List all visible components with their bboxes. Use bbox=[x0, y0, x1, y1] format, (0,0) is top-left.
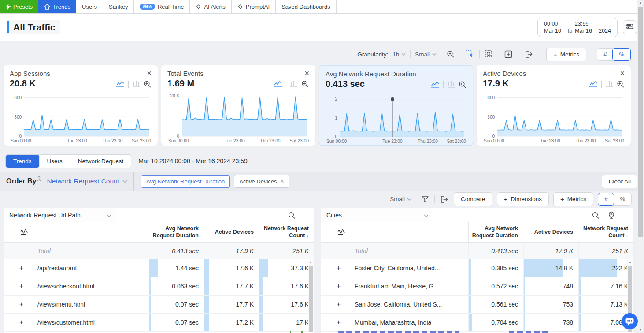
magnifier-icon[interactable] bbox=[617, 80, 625, 88]
expand-row-button[interactable]: + bbox=[18, 282, 25, 291]
end-time: 23:59 bbox=[575, 21, 596, 27]
sparkline-chart: 210Sun 00:00Tue 23:00Thu 23:00Sat 23:00 bbox=[326, 92, 466, 145]
expand-row-button[interactable]: + bbox=[335, 282, 342, 291]
expand-row-button[interactable]: + bbox=[18, 300, 25, 309]
svg-text:0: 0 bbox=[19, 134, 22, 138]
export-icon[interactable] bbox=[524, 49, 534, 59]
sliders-icon bbox=[626, 23, 634, 32]
close-icon[interactable]: × bbox=[620, 70, 625, 78]
chat-bubble-button[interactable] bbox=[622, 313, 638, 329]
location-pin-icon[interactable] bbox=[607, 210, 616, 220]
expand-row-button[interactable]: + bbox=[335, 318, 342, 327]
expand-row-button[interactable]: + bbox=[18, 264, 25, 273]
table-scrollbar[interactable]: ▲ bbox=[308, 260, 314, 332]
compare-button[interactable]: Compare bbox=[454, 192, 492, 206]
nav-item-real-time[interactable]: New Real-Time bbox=[134, 0, 190, 13]
box-select-icon[interactable] bbox=[465, 49, 475, 59]
line-chart-icon[interactable] bbox=[274, 81, 282, 88]
add-dimensions-button[interactable]: +Dimensions bbox=[497, 192, 549, 206]
column-header[interactable]: Avg Network Request Duration bbox=[468, 222, 523, 243]
granularity-select[interactable]: 1h bbox=[392, 51, 406, 58]
svg-text:Sun 00:00: Sun 00:00 bbox=[326, 139, 347, 144]
scroll-up-arrow[interactable]: ▲ bbox=[637, 0, 644, 6]
svg-text:Thu 23:00: Thu 23:00 bbox=[418, 139, 438, 144]
nav-item-trends[interactable]: Trends bbox=[38, 0, 76, 13]
number-percent-toggle: # % bbox=[597, 48, 631, 61]
value-bar bbox=[259, 277, 263, 295]
nav-item-presets[interactable]: Presets bbox=[0, 0, 38, 13]
data-cell: 17.7 K bbox=[204, 296, 259, 313]
magnifier-icon[interactable] bbox=[301, 80, 309, 88]
percent-option[interactable]: % bbox=[612, 48, 631, 61]
page-header: All Traffic 00:00 23:59 Mar 10 to Mar 16… bbox=[0, 14, 644, 41]
tab-network-request[interactable]: Network Request bbox=[70, 155, 131, 168]
table-panel-cities: Cities Avg Network Request DurationActiv… bbox=[321, 208, 633, 333]
svg-text:300: 300 bbox=[14, 115, 22, 120]
timeseries-icon[interactable] bbox=[19, 227, 30, 236]
svg-text:Tue 23:00: Tue 23:00 bbox=[67, 138, 87, 143]
search-icon[interactable] bbox=[591, 211, 600, 220]
column-header[interactable]: Avg Network Request Duration bbox=[149, 222, 204, 243]
svg-text:Tue 23:00: Tue 23:00 bbox=[382, 139, 403, 144]
close-icon[interactable]: × bbox=[304, 70, 309, 78]
annotate-icon[interactable] bbox=[503, 49, 513, 59]
value-bar bbox=[149, 314, 151, 331]
add-metrics-button[interactable]: +Metrics bbox=[553, 192, 593, 206]
scrollbar-thumb[interactable] bbox=[638, 7, 643, 237]
nav-item-saved-dashboards[interactable]: Saved Dashboards bbox=[276, 0, 337, 13]
scroll-down-arrow[interactable]: ▼ bbox=[637, 327, 644, 333]
expand-row-button[interactable]: + bbox=[18, 318, 25, 327]
table-size-select[interactable]: Small bbox=[390, 196, 411, 202]
date-range-picker[interactable]: 00:00 23:59 Mar 10 to Mar 16 2024 bbox=[537, 18, 618, 37]
data-cell: 738 bbox=[523, 314, 578, 331]
tab-trends[interactable]: Trends bbox=[6, 155, 40, 168]
size-select[interactable]: Small bbox=[415, 51, 437, 58]
top-navbar: Presets Trends Users Sankey New Real-Tim… bbox=[0, 0, 644, 14]
display-options-button[interactable] bbox=[623, 20, 637, 34]
column-header[interactable]: Active Devices bbox=[523, 229, 578, 236]
tab-users[interactable]: Users bbox=[40, 155, 70, 168]
main-scrollbar[interactable]: ▲ ▼ bbox=[637, 0, 644, 333]
magnifier-icon[interactable] bbox=[459, 81, 466, 89]
dimension-select[interactable]: Network Request Url Path bbox=[4, 209, 116, 222]
filter-icon[interactable] bbox=[421, 195, 430, 204]
magnifier-icon[interactable] bbox=[144, 80, 152, 88]
nav-item-users[interactable]: Users bbox=[76, 0, 103, 13]
line-chart-icon[interactable] bbox=[431, 81, 440, 88]
zoom-in-icon[interactable] bbox=[446, 49, 455, 59]
nav-item-ai-alerts[interactable]: AI Alerts bbox=[190, 0, 231, 13]
hash-option[interactable]: # bbox=[597, 49, 613, 60]
percent-option[interactable]: % bbox=[614, 193, 631, 205]
column-header[interactable]: Network Request Count ↓ bbox=[578, 225, 633, 239]
expand-row-button[interactable]: + bbox=[335, 264, 342, 273]
table-row: + Frankfurt am Main, Hesse, G... 0.572 s… bbox=[321, 277, 633, 296]
nav-item-sankey[interactable]: Sankey bbox=[103, 0, 134, 13]
metric-chip-avg-network-request-duration[interactable]: Avg Network Request Duration bbox=[141, 175, 230, 188]
add-metrics-button[interactable]: +Metrics bbox=[546, 48, 586, 61]
value-bar bbox=[469, 259, 471, 277]
metric-chip-active-devices[interactable]: Active Devices × bbox=[234, 175, 289, 188]
line-chart-icon[interactable] bbox=[589, 81, 598, 88]
chip-remove-icon[interactable]: × bbox=[281, 178, 284, 185]
column-header[interactable]: Active Devices bbox=[204, 229, 259, 236]
hash-option[interactable]: # bbox=[598, 193, 614, 206]
bar-chart-icon[interactable] bbox=[447, 81, 455, 88]
line-chart-icon[interactable] bbox=[116, 81, 125, 88]
close-icon[interactable]: × bbox=[147, 70, 152, 78]
dimension-select[interactable]: Cities bbox=[321, 209, 433, 222]
export-icon[interactable] bbox=[439, 195, 449, 204]
clear-all-button[interactable]: Clear All bbox=[602, 175, 638, 188]
bar-chart-icon[interactable] bbox=[605, 81, 613, 88]
nav-item-promptai[interactable]: PromptAI bbox=[232, 0, 276, 13]
timeseries-icon[interactable] bbox=[337, 227, 348, 236]
bar-chart-icon[interactable] bbox=[290, 81, 298, 88]
column-header[interactable]: Network Request Count ↓ bbox=[259, 225, 314, 239]
value-bar bbox=[524, 314, 525, 331]
bar-chart-icon[interactable] bbox=[132, 81, 140, 88]
expand-row-button[interactable]: + bbox=[335, 300, 342, 309]
search-icon[interactable] bbox=[287, 211, 296, 220]
order-by-select[interactable]: Network Request Count bbox=[47, 177, 127, 185]
data-cell: 0.572 sec bbox=[468, 277, 523, 295]
data-cell: 748 bbox=[523, 277, 578, 295]
box-zoom-icon[interactable] bbox=[484, 49, 494, 59]
